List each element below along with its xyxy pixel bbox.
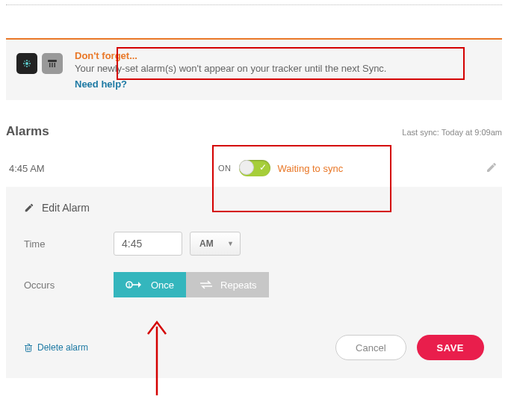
time-input[interactable] xyxy=(114,232,182,256)
occurs-label: Occurs xyxy=(24,280,114,291)
alarms-heading: Alarms xyxy=(6,124,49,139)
delete-alarm-link[interactable]: Delete alarm xyxy=(24,342,88,353)
alarm-row: 4:45 AM ON ✓ Waiting to sync xyxy=(6,149,502,187)
svg-point-2 xyxy=(29,63,31,64)
chevron-down-icon: ▼ xyxy=(227,240,234,247)
edit-footer: Delete alarm Cancel SAVE xyxy=(24,335,484,360)
svg-point-6 xyxy=(28,61,30,62)
svg-point-3 xyxy=(26,60,28,61)
notice-message: Your newly-set alarm(s) won't appear on … xyxy=(75,63,489,74)
repeat-icon xyxy=(198,279,214,291)
alarm-toggle[interactable]: ✓ xyxy=(239,160,270,176)
alarm-on-label: ON xyxy=(218,164,232,173)
svg-point-0 xyxy=(25,62,28,65)
svg-point-8 xyxy=(28,65,30,67)
need-help-link[interactable]: Need help? xyxy=(75,78,127,90)
svg-rect-15 xyxy=(26,345,31,351)
scale-badge-icon xyxy=(42,53,63,74)
top-divider xyxy=(6,4,502,5)
svg-rect-12 xyxy=(55,63,56,67)
svg-point-4 xyxy=(26,66,28,67)
pencil-icon xyxy=(24,203,34,213)
occurs-once-button[interactable]: 1 Once xyxy=(114,272,186,297)
svg-point-5 xyxy=(24,61,25,62)
svg-rect-10 xyxy=(49,63,51,67)
notice-title: Don't forget... xyxy=(75,50,489,61)
alarm-time: 4:45 AM xyxy=(9,163,218,174)
delete-alarm-label: Delete alarm xyxy=(37,342,88,353)
svg-text:1: 1 xyxy=(128,282,131,288)
trash-icon xyxy=(24,343,33,353)
save-button[interactable]: SAVE xyxy=(417,335,484,360)
repeats-label: Repeats xyxy=(220,280,256,291)
once-icon: 1 xyxy=(126,279,145,291)
time-label: Time xyxy=(24,238,114,250)
svg-rect-9 xyxy=(48,60,57,62)
svg-rect-11 xyxy=(52,63,53,67)
last-sync-text: Last sync: Today at 9:09am xyxy=(402,128,502,137)
edit-alarm-panel: Edit Alarm Time AM ▼ Occurs 1 Once Repea… xyxy=(6,187,502,378)
svg-point-1 xyxy=(23,63,25,64)
sync-notice: Don't forget... Your newly-set alarm(s) … xyxy=(6,38,502,100)
edit-alarm-header: Edit Alarm xyxy=(24,202,484,214)
once-label: Once xyxy=(151,280,174,291)
ampm-select[interactable]: AM ▼ xyxy=(190,232,241,256)
edit-alarm-title: Edit Alarm xyxy=(42,202,90,214)
time-row: Time AM ▼ xyxy=(24,232,484,256)
ampm-value: AM xyxy=(199,238,214,249)
alarms-section: Alarms Last sync: Today at 9:09am 4:45 A… xyxy=(6,124,502,187)
tracker-icons xyxy=(16,53,63,74)
tracker-badge-icon xyxy=(16,53,37,74)
occurs-segmented: 1 Once Repeats xyxy=(114,272,269,297)
alarm-sync-status: Waiting to sync xyxy=(278,163,344,174)
occurs-row: Occurs 1 Once Repeats xyxy=(24,272,484,297)
occurs-repeats-button[interactable]: Repeats xyxy=(186,272,268,297)
cancel-button[interactable]: Cancel xyxy=(335,335,406,360)
edit-row-icon[interactable] xyxy=(486,161,498,176)
svg-point-7 xyxy=(24,65,25,67)
